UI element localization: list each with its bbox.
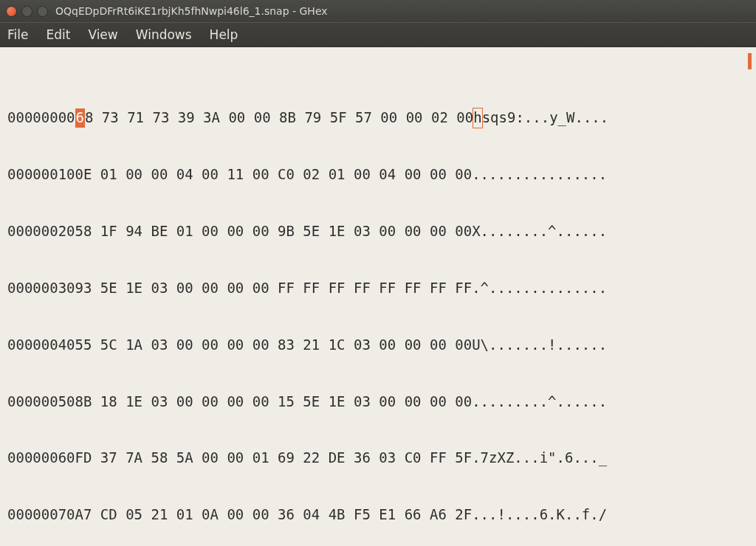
hex-bytes[interactable]: A7 CD 05 21 01 0A 00 00 36 04 4B F5 E1 6… <box>75 505 472 525</box>
hex-row: 00000060FD 37 7A 58 5A 00 00 01 69 22 DE… <box>7 449 749 468</box>
offset: 00000030 <box>7 279 75 298</box>
hex-row: 00000070A7 CD 05 21 01 0A 00 00 36 04 4B… <box>7 505 749 525</box>
window-title: OQqEDpDFrRt6iKE1rbjKh5fhNwpi46l6_1.snap … <box>55 5 328 17</box>
ascii: ...!....6.K..f./ <box>472 505 607 525</box>
hex-row: 0000002058 1F 94 BE 01 00 00 00 9B 5E 1E… <box>7 222 749 241</box>
ascii: .^.............. <box>472 279 607 298</box>
hex-editor[interactable]: 0000000068 73 71 73 39 3A 00 00 8B 79 5F… <box>0 47 756 546</box>
offset: 00000000 <box>7 108 75 128</box>
hex-bytes[interactable]: 8 73 71 73 39 3A 00 00 8B 79 5F 57 00 00… <box>85 108 473 128</box>
ascii: .7zXZ...i".6..._ <box>472 449 607 468</box>
hex-bytes[interactable]: 93 5E 1E 03 00 00 00 00 FF FF FF FF FF F… <box>75 279 472 298</box>
ascii: X........^...... <box>472 222 607 241</box>
menu-file[interactable]: File <box>7 27 28 42</box>
offset: 00000050 <box>7 393 75 412</box>
offset: 00000010 <box>7 165 75 184</box>
offset: 00000040 <box>7 336 75 355</box>
hex-row: 000000508B 18 1E 03 00 00 00 00 15 5E 1E… <box>7 393 749 412</box>
menu-view[interactable]: View <box>88 27 117 42</box>
menu-help[interactable]: Help <box>210 27 238 42</box>
offset: 00000070 <box>7 505 75 525</box>
menubar: File Edit View Windows Help <box>0 22 756 47</box>
scroll-marker <box>748 53 752 69</box>
menu-windows[interactable]: Windows <box>136 27 192 42</box>
hex-row: 0000003093 5E 1E 03 00 00 00 00 FF FF FF… <box>7 279 749 298</box>
hex-bytes[interactable]: 8B 18 1E 03 00 00 00 00 15 5E 1E 03 00 0… <box>75 393 472 412</box>
cursor-ascii[interactable]: h <box>472 108 482 128</box>
maximize-icon[interactable] <box>37 6 48 17</box>
ascii: ................ <box>472 165 607 184</box>
offset: 00000020 <box>7 222 75 241</box>
hex-row: 000000100E 01 00 00 04 00 11 00 C0 02 01… <box>7 165 749 184</box>
close-icon[interactable] <box>6 6 17 17</box>
ascii: U\.......!...... <box>472 336 607 355</box>
menu-edit[interactable]: Edit <box>46 27 70 42</box>
minimize-icon[interactable] <box>21 6 32 17</box>
hex-row: 0000004055 5C 1A 03 00 00 00 00 83 21 1C… <box>7 336 749 355</box>
ascii: sqs9:...y_W.... <box>482 108 609 128</box>
hex-bytes[interactable]: 0E 01 00 00 04 00 11 00 C0 02 01 00 04 0… <box>75 165 472 184</box>
window-controls <box>6 6 48 17</box>
offset: 00000060 <box>7 449 75 468</box>
hex-bytes[interactable]: 58 1F 94 BE 01 00 00 00 9B 5E 1E 03 00 0… <box>75 222 472 241</box>
hex-bytes[interactable]: FD 37 7A 58 5A 00 00 01 69 22 DE 36 03 C… <box>75 449 472 468</box>
ascii: .........^...... <box>472 393 607 412</box>
hex-bytes[interactable]: 55 5C 1A 03 00 00 00 00 83 21 1C 03 00 0… <box>75 336 472 355</box>
hex-row: 0000000068 73 71 73 39 3A 00 00 8B 79 5F… <box>7 108 749 128</box>
titlebar: OQqEDpDFrRt6iKE1rbjKh5fhNwpi46l6_1.snap … <box>0 0 756 22</box>
cursor-hex[interactable]: 6 <box>75 108 85 128</box>
